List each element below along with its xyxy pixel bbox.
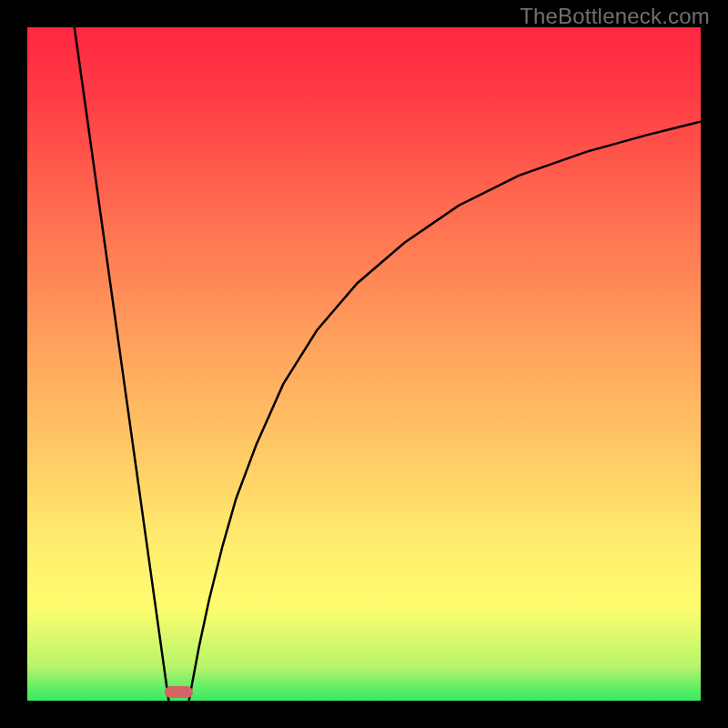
chart-frame: TheBottleneck.com: [0, 0, 728, 728]
bottleneck-marker: [165, 686, 193, 698]
curve-layer: [27, 27, 701, 701]
curve-left-branch: [75, 27, 169, 701]
curve-right-branch: [189, 122, 701, 701]
plot-area: [27, 27, 701, 701]
watermark-text: TheBottleneck.com: [520, 4, 710, 29]
